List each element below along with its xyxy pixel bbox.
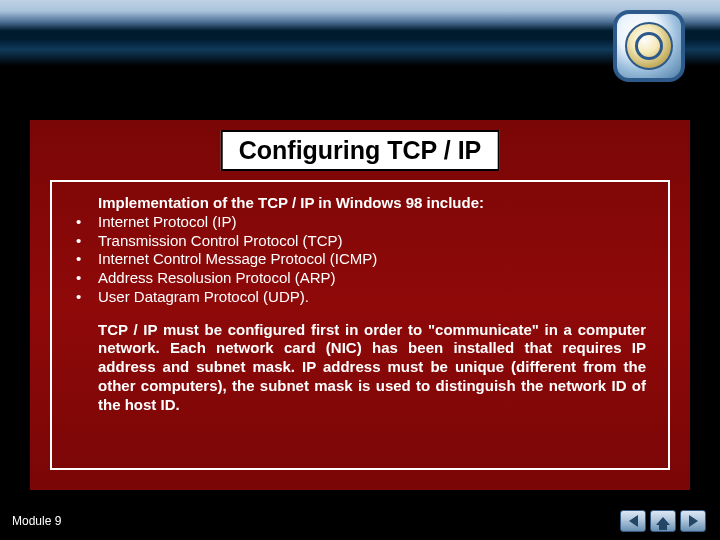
list-item: Internet Control Message Protocol (ICMP) [98, 250, 652, 269]
home-icon [656, 517, 670, 525]
body-paragraph: TCP / IP must be configured first in ord… [98, 321, 646, 415]
lead-text: Implementation of the TCP / IP in Window… [98, 194, 652, 213]
prev-button[interactable] [620, 510, 646, 532]
protocol-list: Internet Protocol (IP) Transmission Cont… [98, 213, 652, 307]
module-label: Module 9 [12, 514, 61, 528]
content-panel: Configuring TCP / IP Implementation of t… [30, 120, 690, 490]
nav-controls [620, 510, 706, 532]
list-item: Address Resolusion Protocol (ARP) [98, 269, 652, 288]
next-button[interactable] [680, 510, 706, 532]
logo-emblem-icon [625, 22, 673, 70]
list-item: Internet Protocol (IP) [98, 213, 652, 232]
slide-header [0, 0, 720, 110]
home-button[interactable] [650, 510, 676, 532]
list-item: User Datagram Protocol (UDP). [98, 288, 652, 307]
list-item: Transmission Control Protocol (TCP) [98, 232, 652, 251]
arrow-right-icon [689, 515, 698, 527]
slide-title: Configuring TCP / IP [221, 130, 500, 171]
body-frame: Implementation of the TCP / IP in Window… [50, 180, 670, 470]
arrow-left-icon [629, 515, 638, 527]
logo-badge [613, 10, 685, 82]
